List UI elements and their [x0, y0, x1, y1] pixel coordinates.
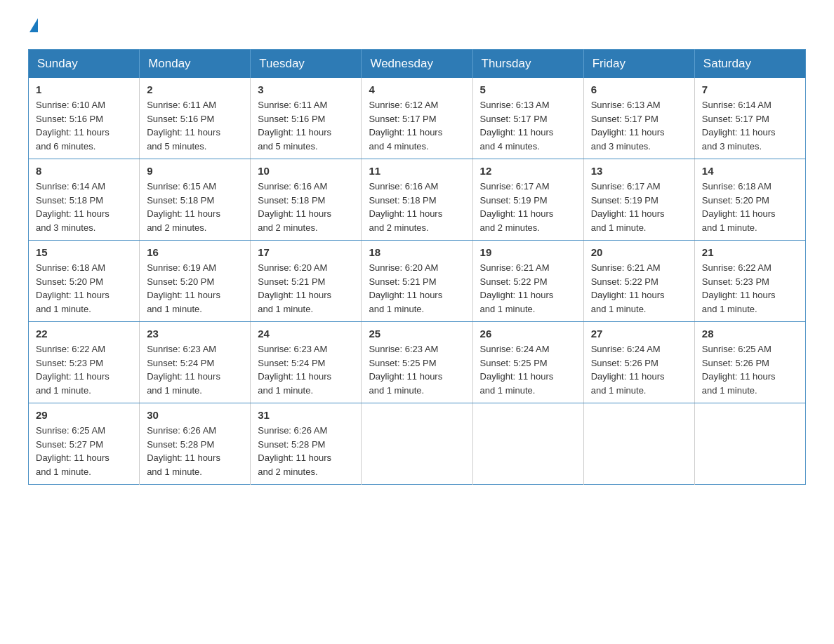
day-number: 17 [258, 246, 354, 258]
calendar-cell: 15 Sunrise: 6:18 AM Sunset: 5:20 PM Dayl… [29, 241, 140, 322]
day-info: Sunrise: 6:25 AM Sunset: 5:26 PM Dayligh… [702, 342, 798, 397]
calendar-cell: 3 Sunrise: 6:11 AM Sunset: 5:16 PM Dayli… [251, 78, 362, 159]
day-info: Sunrise: 6:19 AM Sunset: 5:20 PM Dayligh… [147, 261, 243, 316]
day-info: Sunrise: 6:26 AM Sunset: 5:28 PM Dayligh… [147, 424, 243, 478]
day-info: Sunrise: 6:26 AM Sunset: 5:28 PM Dayligh… [258, 424, 354, 478]
day-number: 11 [369, 165, 465, 177]
day-info: Sunrise: 6:14 AM Sunset: 5:17 PM Dayligh… [702, 98, 798, 153]
day-info: Sunrise: 6:21 AM Sunset: 5:22 PM Dayligh… [591, 261, 687, 316]
calendar-cell: 19 Sunrise: 6:21 AM Sunset: 5:22 PM Dayl… [472, 241, 583, 322]
calendar-cell: 17 Sunrise: 6:20 AM Sunset: 5:21 PM Dayl… [251, 241, 362, 322]
day-info: Sunrise: 6:10 AM Sunset: 5:16 PM Dayligh… [36, 98, 132, 153]
calendar-cell: 4 Sunrise: 6:12 AM Sunset: 5:17 PM Dayli… [362, 78, 472, 159]
calendar-cell: 7 Sunrise: 6:14 AM Sunset: 5:17 PM Dayli… [694, 78, 805, 159]
calendar-cell: 22 Sunrise: 6:22 AM Sunset: 5:23 PM Dayl… [29, 322, 140, 403]
day-info: Sunrise: 6:16 AM Sunset: 5:18 PM Dayligh… [258, 180, 354, 234]
calendar-cell [472, 403, 583, 485]
calendar-cell: 10 Sunrise: 6:16 AM Sunset: 5:18 PM Dayl… [251, 159, 362, 241]
calendar-cell: 2 Sunrise: 6:11 AM Sunset: 5:16 PM Dayli… [140, 78, 251, 159]
day-info: Sunrise: 6:13 AM Sunset: 5:17 PM Dayligh… [480, 98, 576, 153]
column-header-sunday: Sunday [29, 50, 140, 79]
day-number: 18 [369, 246, 465, 258]
day-info: Sunrise: 6:24 AM Sunset: 5:26 PM Dayligh… [591, 342, 687, 397]
day-info: Sunrise: 6:25 AM Sunset: 5:27 PM Dayligh… [36, 424, 132, 478]
calendar-cell [694, 403, 805, 485]
calendar-cell: 24 Sunrise: 6:23 AM Sunset: 5:24 PM Dayl… [251, 322, 362, 403]
day-number: 29 [36, 409, 132, 421]
calendar-cell: 8 Sunrise: 6:14 AM Sunset: 5:18 PM Dayli… [29, 159, 140, 241]
column-header-thursday: Thursday [472, 50, 583, 79]
day-number: 4 [369, 83, 465, 95]
calendar-week-row: 22 Sunrise: 6:22 AM Sunset: 5:23 PM Dayl… [29, 322, 806, 403]
calendar-cell: 21 Sunrise: 6:22 AM Sunset: 5:23 PM Dayl… [694, 241, 805, 322]
day-number: 30 [147, 409, 243, 421]
calendar-cell: 18 Sunrise: 6:20 AM Sunset: 5:21 PM Dayl… [362, 241, 472, 322]
day-number: 5 [480, 83, 576, 95]
page-header [28, 21, 806, 35]
day-info: Sunrise: 6:23 AM Sunset: 5:24 PM Dayligh… [258, 342, 354, 397]
day-info: Sunrise: 6:24 AM Sunset: 5:25 PM Dayligh… [480, 342, 576, 397]
calendar-week-row: 8 Sunrise: 6:14 AM Sunset: 5:18 PM Dayli… [29, 159, 806, 241]
calendar-cell: 16 Sunrise: 6:19 AM Sunset: 5:20 PM Dayl… [140, 241, 251, 322]
calendar-week-row: 1 Sunrise: 6:10 AM Sunset: 5:16 PM Dayli… [29, 78, 806, 159]
calendar-cell: 9 Sunrise: 6:15 AM Sunset: 5:18 PM Dayli… [140, 159, 251, 241]
day-info: Sunrise: 6:11 AM Sunset: 5:16 PM Dayligh… [147, 98, 243, 153]
column-header-friday: Friday [583, 50, 694, 79]
day-number: 31 [258, 409, 354, 421]
logo [28, 21, 38, 35]
day-info: Sunrise: 6:12 AM Sunset: 5:17 PM Dayligh… [369, 98, 465, 153]
calendar-cell: 12 Sunrise: 6:17 AM Sunset: 5:19 PM Dayl… [472, 159, 583, 241]
day-number: 6 [591, 83, 687, 95]
day-info: Sunrise: 6:13 AM Sunset: 5:17 PM Dayligh… [591, 98, 687, 153]
column-header-monday: Monday [140, 50, 251, 79]
column-header-saturday: Saturday [694, 50, 805, 79]
day-info: Sunrise: 6:21 AM Sunset: 5:22 PM Dayligh… [480, 261, 576, 316]
calendar-cell [583, 403, 694, 485]
calendar-cell: 30 Sunrise: 6:26 AM Sunset: 5:28 PM Dayl… [140, 403, 251, 485]
calendar-cell: 1 Sunrise: 6:10 AM Sunset: 5:16 PM Dayli… [29, 78, 140, 159]
day-number: 15 [36, 246, 132, 258]
day-info: Sunrise: 6:22 AM Sunset: 5:23 PM Dayligh… [702, 261, 798, 316]
calendar-cell: 5 Sunrise: 6:13 AM Sunset: 5:17 PM Dayli… [472, 78, 583, 159]
day-number: 22 [36, 328, 132, 340]
calendar-cell: 13 Sunrise: 6:17 AM Sunset: 5:19 PM Dayl… [583, 159, 694, 241]
day-info: Sunrise: 6:16 AM Sunset: 5:18 PM Dayligh… [369, 180, 465, 234]
column-header-wednesday: Wednesday [362, 50, 472, 79]
calendar-cell: 25 Sunrise: 6:23 AM Sunset: 5:25 PM Dayl… [362, 322, 472, 403]
day-number: 8 [36, 165, 132, 177]
calendar-cell: 27 Sunrise: 6:24 AM Sunset: 5:26 PM Dayl… [583, 322, 694, 403]
day-number: 23 [147, 328, 243, 340]
day-number: 28 [702, 328, 798, 340]
calendar-week-row: 29 Sunrise: 6:25 AM Sunset: 5:27 PM Dayl… [29, 403, 806, 485]
day-number: 25 [369, 328, 465, 340]
day-number: 13 [591, 165, 687, 177]
day-number: 9 [147, 165, 243, 177]
day-info: Sunrise: 6:11 AM Sunset: 5:16 PM Dayligh… [258, 98, 354, 153]
day-number: 1 [36, 83, 132, 95]
calendar-table: SundayMondayTuesdayWednesdayThursdayFrid… [28, 49, 806, 485]
day-number: 16 [147, 246, 243, 258]
day-info: Sunrise: 6:20 AM Sunset: 5:21 PM Dayligh… [369, 261, 465, 316]
calendar-cell: 29 Sunrise: 6:25 AM Sunset: 5:27 PM Dayl… [29, 403, 140, 485]
day-info: Sunrise: 6:23 AM Sunset: 5:25 PM Dayligh… [369, 342, 465, 397]
calendar-cell: 23 Sunrise: 6:23 AM Sunset: 5:24 PM Dayl… [140, 322, 251, 403]
day-number: 7 [702, 83, 798, 95]
day-info: Sunrise: 6:22 AM Sunset: 5:23 PM Dayligh… [36, 342, 132, 397]
calendar-cell [362, 403, 472, 485]
calendar-cell: 20 Sunrise: 6:21 AM Sunset: 5:22 PM Dayl… [583, 241, 694, 322]
calendar-cell: 28 Sunrise: 6:25 AM Sunset: 5:26 PM Dayl… [694, 322, 805, 403]
day-info: Sunrise: 6:14 AM Sunset: 5:18 PM Dayligh… [36, 180, 132, 234]
calendar-cell: 6 Sunrise: 6:13 AM Sunset: 5:17 PM Dayli… [583, 78, 694, 159]
day-info: Sunrise: 6:18 AM Sunset: 5:20 PM Dayligh… [702, 180, 798, 234]
day-info: Sunrise: 6:20 AM Sunset: 5:21 PM Dayligh… [258, 261, 354, 316]
calendar-week-row: 15 Sunrise: 6:18 AM Sunset: 5:20 PM Dayl… [29, 241, 806, 322]
calendar-cell: 11 Sunrise: 6:16 AM Sunset: 5:18 PM Dayl… [362, 159, 472, 241]
calendar-cell: 31 Sunrise: 6:26 AM Sunset: 5:28 PM Dayl… [251, 403, 362, 485]
calendar-cell: 26 Sunrise: 6:24 AM Sunset: 5:25 PM Dayl… [472, 322, 583, 403]
day-number: 12 [480, 165, 576, 177]
day-number: 26 [480, 328, 576, 340]
column-header-tuesday: Tuesday [251, 50, 362, 79]
day-number: 19 [480, 246, 576, 258]
day-number: 14 [702, 165, 798, 177]
day-info: Sunrise: 6:17 AM Sunset: 5:19 PM Dayligh… [480, 180, 576, 234]
